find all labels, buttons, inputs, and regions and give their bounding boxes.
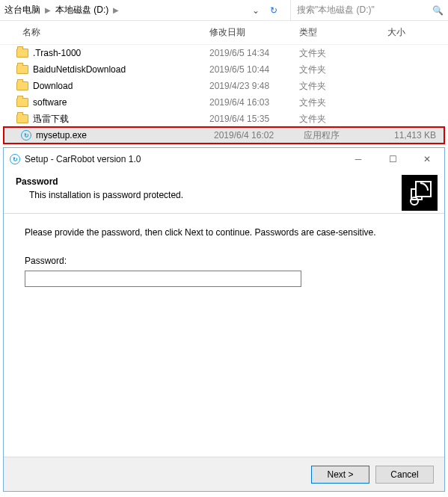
- folder-icon: [16, 81, 28, 90]
- cancel-button[interactable]: Cancel: [375, 466, 434, 484]
- file-date: 2019/4/23 9:48: [209, 81, 299, 91]
- page-title: Password: [16, 176, 401, 187]
- file-date: 2019/6/4 15:35: [209, 114, 299, 124]
- file-name: BaiduNetdiskDownload: [33, 64, 126, 75]
- breadcrumb-segment[interactable]: 本地磁盘 (D:): [54, 4, 110, 16]
- minimize-button[interactable]: ─: [341, 148, 375, 170]
- column-header-date[interactable]: 修改日期: [209, 26, 299, 39]
- file-date: 2019/6/4 16:02: [214, 130, 304, 141]
- address-dropdown-button[interactable]: ⌄: [247, 0, 265, 20]
- table-row[interactable]: Download 2019/4/23 9:48 文件夹: [0, 78, 448, 94]
- table-row[interactable]: ↻mysetup.exe 2019/6/4 16:02 应用程序 11,413 …: [4, 128, 444, 143]
- search-button[interactable]: 🔍: [427, 5, 448, 16]
- window-title: Setup - CarRobot version 1.0: [25, 154, 341, 164]
- breadcrumb-segment[interactable]: 这台电脑: [3, 4, 42, 16]
- maximize-button[interactable]: ☐: [375, 148, 410, 170]
- table-row[interactable]: software 2019/6/4 16:03 文件夹: [0, 94, 448, 111]
- file-type: 文件夹: [299, 113, 387, 126]
- dialog-content: Please provide the password, then click …: [4, 214, 444, 457]
- table-row[interactable]: .Trash-1000 2019/6/5 14:34 文件夹: [0, 45, 448, 61]
- svg-point-1: [411, 197, 418, 205]
- file-name: .Trash-1000: [33, 48, 81, 58]
- application-icon: ↻: [21, 130, 31, 141]
- file-type: 应用程序: [304, 129, 392, 142]
- file-date: 2019/6/5 10:44: [209, 64, 299, 75]
- dialog-footer: Next > Cancel: [4, 457, 444, 491]
- search-placeholder: 搜索"本地磁盘 (D:)": [297, 4, 427, 16]
- setup-dialog: ↻ Setup - CarRobot version 1.0 ─ ☐ ✕ Pas…: [3, 147, 445, 492]
- close-icon: ✕: [423, 154, 431, 164]
- title-bar[interactable]: ↻ Setup - CarRobot version 1.0 ─ ☐ ✕: [4, 148, 444, 170]
- password-input[interactable]: [25, 271, 301, 287]
- application-icon: ↻: [10, 154, 20, 164]
- folder-icon: [16, 65, 28, 74]
- file-type: 文件夹: [299, 96, 387, 109]
- chevron-down-icon: ⌄: [252, 5, 260, 16]
- file-name: mysetup.exe: [36, 130, 87, 141]
- folder-icon: [16, 98, 28, 107]
- file-name: 迅雷下载: [33, 113, 69, 126]
- file-list: .Trash-1000 2019/6/5 14:34 文件夹 BaiduNetd…: [0, 45, 448, 144]
- file-name: software: [33, 97, 67, 108]
- table-row[interactable]: BaiduNetdiskDownload 2019/6/5 10:44 文件夹: [0, 61, 448, 78]
- refresh-button[interactable]: ↻: [265, 0, 283, 20]
- file-type: 文件夹: [299, 64, 387, 76]
- next-button[interactable]: Next >: [311, 466, 369, 484]
- column-header-type[interactable]: 类型: [299, 26, 387, 39]
- file-name: Download: [33, 81, 73, 91]
- chevron-right-icon: ▶: [42, 6, 54, 14]
- breadcrumb[interactable]: 这台电脑 ▶ 本地磁盘 (D:) ▶: [0, 0, 247, 20]
- search-icon: 🔍: [432, 5, 444, 16]
- file-date: 2019/6/4 16:03: [209, 97, 299, 108]
- highlight-annotation: ↻mysetup.exe 2019/6/4 16:02 应用程序 11,413 …: [3, 126, 445, 144]
- address-bar-row: 这台电脑 ▶ 本地磁盘 (D:) ▶ ⌄ ↻ 搜索"本地磁盘 (D:)" 🔍: [0, 0, 448, 21]
- minimize-icon: ─: [355, 154, 362, 164]
- column-headers: 名称 修改日期 类型 大小: [0, 21, 448, 45]
- file-explorer: 这台电脑 ▶ 本地磁盘 (D:) ▶ ⌄ ↻ 搜索"本地磁盘 (D:)" 🔍 名…: [0, 0, 448, 144]
- folder-icon: [16, 49, 28, 58]
- folder-icon: [16, 114, 28, 123]
- file-type: 文件夹: [299, 47, 387, 60]
- file-type: 文件夹: [299, 80, 387, 93]
- page-subtitle: This installation is password protected.: [16, 187, 401, 200]
- chevron-right-icon: ▶: [110, 6, 122, 14]
- dialog-header: Password This installation is password p…: [4, 170, 444, 214]
- table-row[interactable]: 迅雷下载 2019/6/4 15:35 文件夹: [0, 111, 448, 127]
- password-label: Password:: [25, 256, 423, 266]
- column-header-name[interactable]: 名称: [0, 26, 209, 39]
- instruction-text: Please provide the password, then click …: [25, 227, 423, 238]
- search-box[interactable]: 搜索"本地磁盘 (D:)" 🔍: [290, 0, 448, 20]
- file-date: 2019/6/5 14:34: [209, 48, 299, 58]
- installer-logo-icon: [402, 175, 438, 211]
- refresh-icon: ↻: [270, 5, 277, 16]
- file-size: 11,413 KB: [392, 130, 444, 141]
- maximize-icon: ☐: [389, 154, 397, 164]
- close-button[interactable]: ✕: [410, 148, 444, 170]
- column-header-size[interactable]: 大小: [387, 26, 448, 39]
